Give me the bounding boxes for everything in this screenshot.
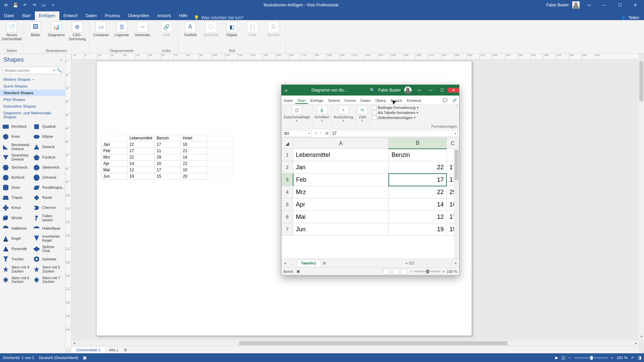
new-page-button[interactable]: 📄Neues Zeichenblatt (3, 21, 21, 41)
cat-quick[interactable]: Quick-Shapes (0, 83, 65, 89)
shape-item[interactable]: Stern mit 6 Zacken (1, 275, 32, 285)
xl-tab-ueberpruefen[interactable]: Überp (373, 97, 388, 104)
shape-item[interactable]: Fallen lassen (32, 213, 63, 223)
scroll-down-icon[interactable]: ▾ (639, 335, 644, 340)
zoom-slider[interactable] (414, 271, 440, 272)
row-header[interactable]: 4 (282, 186, 293, 198)
excel-grid[interactable]: ◢ABC1LebensmittelBenzin2Jan22173Feb17114… (281, 138, 459, 258)
cell[interactable]: Jan (293, 161, 389, 174)
canvas-hscroll[interactable]: ◂ ▸ (71, 341, 639, 346)
shape-item[interactable]: Stern mit 5 Zacken (32, 264, 63, 275)
shape-item[interactable]: Parallelogra... (32, 183, 63, 193)
view-normal-icon[interactable] (383, 269, 390, 274)
shapes-search[interactable]: ▾ 🔍 (3, 67, 62, 74)
chart-button[interactable]: 📊Diagramm (47, 21, 65, 41)
cat-weitere[interactable]: Weitere Shapes▸ (0, 76, 65, 83)
scroll-thumb[interactable] (239, 341, 507, 345)
shape-item[interactable]: Fünfeck (32, 152, 63, 163)
cell[interactable]: 14 (389, 198, 447, 211)
tab-daten[interactable]: Daten (82, 11, 101, 20)
cell[interactable]: 22 (389, 186, 447, 198)
search-go-icon[interactable]: 🔍 (56, 68, 62, 73)
shape-item[interactable]: Sechseck (1, 163, 32, 173)
shape-item[interactable]: Rechtwinkl. Dreieck (1, 142, 32, 152)
shape-item[interactable]: Siebeneck (32, 163, 63, 173)
xl-tab-formeln[interactable]: Forme (342, 97, 358, 104)
xl-tab-einfuegen[interactable]: Einfüge (308, 97, 326, 104)
shape-item[interactable]: Kegel (1, 233, 32, 244)
scroll-left-icon[interactable]: ◂ (71, 341, 77, 346)
touch-icon[interactable]: ▭ (41, 2, 46, 8)
tab-start[interactable]: Start (18, 11, 35, 20)
cell-styles-button[interactable]: Zellenformatvorlagen▾ (372, 116, 457, 120)
sheet-tab-alle[interactable]: Alle ▴ (106, 347, 121, 353)
excel-titlebar[interactable]: » Diagramm von Illu... 🔍 Fabio Basler ▭ … (281, 85, 459, 96)
cell[interactable]: Jun (293, 223, 389, 236)
cat-standard[interactable]: Standard-Shapes (0, 89, 65, 96)
xl-tab-ansicht[interactable]: Ansich (388, 97, 405, 104)
shape-item[interactable]: Quadrat (32, 122, 63, 132)
fullscreen-icon[interactable]: ◨ (638, 355, 641, 360)
canvas-vscroll[interactable]: ▴ ▾ (639, 60, 644, 340)
cell[interactable]: Apr (293, 198, 389, 211)
cell[interactable]: 22 (389, 161, 447, 174)
sheet-tab-1[interactable]: Zeichenblatt-1 (71, 347, 106, 353)
minimize-button[interactable]: — (598, 0, 610, 10)
close-button[interactable]: ✕ (629, 0, 641, 10)
tab-entwurf[interactable]: Entwurf (59, 11, 82, 20)
xl-tab-datei[interactable]: Datei (281, 97, 295, 104)
cell[interactable]: 12 (389, 211, 447, 223)
cell[interactable]: 19 (389, 223, 447, 236)
view-pagelayout-icon[interactable] (392, 269, 399, 274)
zoom-value[interactable]: 101 % (616, 356, 628, 360)
excel-ribbon-opts-icon[interactable]: ▭ (414, 88, 425, 93)
shape-item[interactable]: Halbellipse (32, 223, 63, 233)
shapes-search-input[interactable] (3, 68, 52, 72)
shapes-panel-collapse-icon[interactable]: ‹ (60, 57, 62, 63)
embedded-data-table[interactable]: LebensmittelBenzinHotelJan221710Feb17112… (101, 134, 233, 180)
autosave-icon[interactable]: ⟳ (3, 2, 9, 8)
number-icon[interactable]: % (358, 106, 368, 114)
shape-item[interactable]: Gedrehtes Dreieck (1, 152, 32, 163)
sheet-nav-dots[interactable]: … (289, 261, 297, 265)
zoom-in-icon[interactable]: + (442, 269, 444, 274)
textbox-button[interactable]: ATextfeld (181, 21, 199, 37)
tab-einfuegen[interactable]: Einfügen (35, 11, 59, 20)
cat-dekorative[interactable]: Dekorative Shapes (0, 103, 65, 110)
add-sheet-button[interactable]: ⊕ (321, 261, 328, 265)
cell[interactable]: 17 (389, 174, 447, 186)
macro-rec-icon[interactable]: ▣ (83, 355, 87, 360)
shape-item[interactable]: Achteck (1, 173, 32, 183)
fit-page-icon[interactable]: ◫ (561, 355, 565, 360)
save-icon[interactable]: 💾 (13, 2, 18, 8)
shape-item[interactable]: Stern mit 7 Zacken (32, 275, 63, 285)
xl-comments-icon[interactable]: 💬 (440, 97, 450, 104)
shape-item[interactable]: Würfel (1, 213, 32, 223)
search-dropdown-icon[interactable]: ▾ (52, 69, 56, 72)
container-button[interactable]: ▭Container (92, 21, 110, 37)
legend-button[interactable]: ☰Legende (113, 21, 131, 37)
align-icon[interactable]: ≡ (338, 106, 348, 114)
shape-item[interactable]: Invertierter Kegel (32, 233, 63, 244)
presentation-mode-icon[interactable]: ▶ (555, 355, 558, 360)
shape-item[interactable]: Dreieck (32, 142, 63, 152)
cell[interactable]: Lebensmittel (293, 149, 389, 161)
page-indicator[interactable]: Zeichenbl. 1 von 1 (3, 356, 34, 360)
select-all-cell[interactable]: ◢ (282, 138, 293, 149)
row-header[interactable]: 5 (282, 198, 293, 211)
shape-item[interactable]: Trapez (1, 193, 32, 203)
scroll-right-icon[interactable]: ▸ (454, 261, 458, 265)
user-avatar-icon[interactable] (572, 1, 580, 9)
excel-maximize-button[interactable]: ☐ (436, 88, 448, 93)
cond-format-button[interactable]: Bedingte Formatierung▾ (372, 106, 457, 110)
fx-icon[interactable]: fx (324, 131, 330, 136)
tab-ueberpruefen[interactable]: Überprüfen (124, 11, 153, 20)
formula-input[interactable]: 17▾ (330, 130, 458, 137)
shape-item[interactable]: Dose (1, 183, 32, 193)
shape-item[interactable]: Kreuz (1, 203, 32, 213)
col-header[interactable]: C (446, 138, 459, 149)
scroll-right-icon[interactable]: ▸ (633, 341, 639, 346)
tab-prozess[interactable]: Prozess (101, 11, 124, 20)
row-header[interactable]: 6 (282, 211, 293, 223)
row-header[interactable]: 2 (282, 161, 293, 174)
